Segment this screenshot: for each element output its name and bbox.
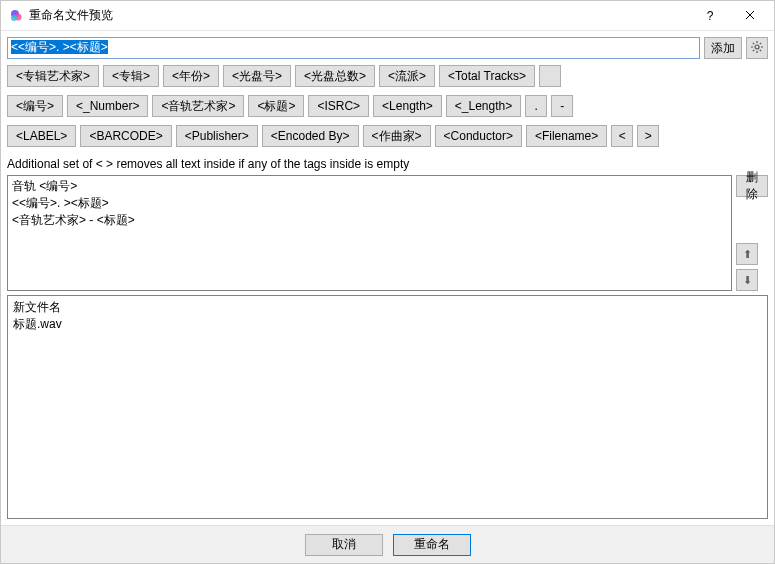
arrow-down-icon: ⬇ (743, 274, 752, 287)
preview-listbox[interactable]: 新文件名标题.wav (7, 295, 768, 519)
add-button[interactable]: 添加 (704, 37, 742, 59)
preview-header: 新文件名 (13, 299, 762, 316)
tag-button[interactable]: <专辑> (103, 65, 159, 87)
arrow-up-icon: ⬆ (743, 248, 752, 261)
tag-button[interactable]: <_Number> (67, 95, 148, 117)
tag-button-blank[interactable] (539, 65, 561, 87)
templates-row: 音轨 <编号><<编号>. ><标题><音轨艺术家> - <标题> 删除 ⬆ ⬇ (7, 175, 768, 291)
pattern-row: <<编号>. ><标题> 添加 (7, 37, 768, 59)
titlebar: 重命名文件预览 ? (1, 1, 774, 31)
tag-button[interactable]: <_Length> (446, 95, 521, 117)
templates-listbox[interactable]: 音轨 <编号><<编号>. ><标题><音轨艺术家> - <标题> (7, 175, 732, 291)
close-icon (745, 9, 755, 23)
tag-button[interactable]: <ISRC> (308, 95, 369, 117)
tag-button-grid: <专辑艺术家><专辑><年份><光盘号><光盘总数><流派><Total Tra… (7, 65, 768, 151)
tag-button[interactable]: - (551, 95, 573, 117)
close-button[interactable] (730, 2, 770, 30)
template-item[interactable]: <<编号>. ><标题> (12, 195, 727, 212)
rename-button[interactable]: 重命名 (393, 534, 471, 556)
templates-side-controls: 删除 ⬆ ⬇ (736, 175, 768, 291)
help-button[interactable]: ? (690, 2, 730, 30)
settings-button[interactable] (746, 37, 768, 59)
tag-button[interactable]: <Conductor> (435, 125, 522, 147)
tag-button[interactable]: <Filename> (526, 125, 607, 147)
tag-button[interactable]: <光盘号> (223, 65, 291, 87)
tag-button[interactable]: < (611, 125, 633, 147)
tag-button[interactable]: > (637, 125, 659, 147)
svg-line-11 (753, 49, 754, 50)
template-item[interactable]: 音轨 <编号> (12, 178, 727, 195)
tag-button[interactable]: <编号> (7, 95, 63, 117)
tag-button[interactable]: <Total Tracks> (439, 65, 535, 87)
preview-row[interactable]: 标题.wav (13, 316, 762, 333)
tag-button[interactable]: <Publisher> (176, 125, 258, 147)
tag-button[interactable]: . (525, 95, 547, 117)
tag-button[interactable]: <年份> (163, 65, 219, 87)
rename-preview-window: 重命名文件预览 ? <<编号>. ><标题> 添加 <专辑艺术家><专辑><年份… (0, 0, 775, 564)
tag-button[interactable]: <流派> (379, 65, 435, 87)
app-icon (9, 9, 23, 23)
pattern-input[interactable]: <<编号>. ><标题> (7, 37, 700, 59)
tag-button[interactable]: <音轨艺术家> (152, 95, 244, 117)
tag-button[interactable]: <光盘总数> (295, 65, 375, 87)
svg-line-9 (760, 49, 761, 50)
delete-template-button[interactable]: 删除 (736, 175, 768, 197)
tag-button[interactable]: <Length> (373, 95, 442, 117)
tag-button[interactable]: <标题> (248, 95, 304, 117)
tag-button[interactable]: <BARCODE> (80, 125, 171, 147)
template-item[interactable]: <音轨艺术家> - <标题> (12, 212, 727, 229)
svg-line-8 (753, 42, 754, 43)
gear-icon (750, 40, 764, 57)
tag-button[interactable]: <作曲家> (363, 125, 431, 147)
cancel-button[interactable]: 取消 (305, 534, 383, 556)
dialog-footer: 取消 重命名 (1, 525, 774, 563)
svg-point-3 (755, 45, 759, 49)
hint-text: Additional set of < > removes all text i… (7, 157, 768, 171)
tag-button[interactable]: <LABEL> (7, 125, 76, 147)
tag-button[interactable]: <Encoded By> (262, 125, 359, 147)
content-area: <<编号>. ><标题> 添加 <专辑艺术家><专辑><年份><光盘号><光盘总… (1, 31, 774, 525)
tag-button[interactable]: <专辑艺术家> (7, 65, 99, 87)
svg-line-10 (760, 42, 761, 43)
window-title: 重命名文件预览 (29, 7, 690, 24)
svg-point-2 (11, 15, 17, 21)
move-down-button[interactable]: ⬇ (736, 269, 758, 291)
move-up-button[interactable]: ⬆ (736, 243, 758, 265)
